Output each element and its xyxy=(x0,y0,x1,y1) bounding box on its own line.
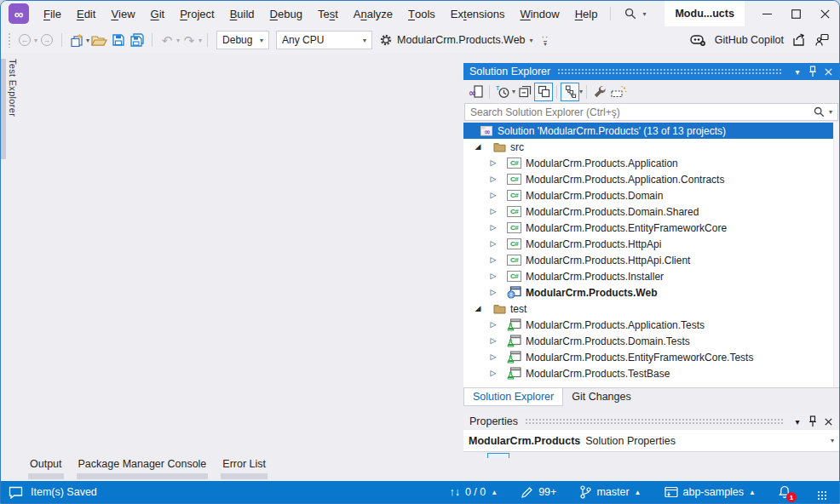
collapsed-twisty-icon[interactable]: ▷ xyxy=(488,159,498,167)
menu-edit[interactable]: Edit xyxy=(69,1,103,26)
sync-with-active-document-toggle[interactable] xyxy=(561,83,579,101)
properties-object-dropdown[interactable]: ModularCrm.Products Solution Properties … xyxy=(463,430,839,452)
close-icon[interactable] xyxy=(820,415,836,428)
close-button[interactable] xyxy=(810,1,839,26)
expanded-twisty-icon[interactable]: ◢ xyxy=(473,305,483,312)
collapsed-twisty-icon[interactable]: ▷ xyxy=(488,369,498,377)
collapsed-twisty-icon[interactable]: ▷ xyxy=(488,353,498,361)
tab-output[interactable]: Output xyxy=(28,458,64,479)
search-input[interactable] xyxy=(470,106,814,118)
menu-help[interactable]: Help xyxy=(567,1,606,26)
maximize-button[interactable] xyxy=(781,1,810,26)
startup-project-button[interactable]: ModularCrm.Products.Web ▾ xyxy=(379,33,533,47)
search-options-dropdown-icon[interactable]: ▾ xyxy=(829,108,832,116)
tab-error-list[interactable]: Error List xyxy=(221,458,268,479)
collapsed-twisty-icon[interactable]: ▷ xyxy=(488,208,498,215)
save-all-button[interactable] xyxy=(128,30,147,50)
pin-icon[interactable] xyxy=(805,415,820,428)
collapsed-twisty-icon[interactable]: ▷ xyxy=(488,272,498,280)
sync-dropdown-icon[interactable]: ▾ xyxy=(579,88,583,95)
menu-tools[interactable]: Tools xyxy=(400,1,443,26)
feedback-bubble-icon[interactable] xyxy=(9,486,23,499)
quick-search-button[interactable]: ▾ xyxy=(616,1,654,26)
repository-button[interactable]: abp-samples ▲ xyxy=(665,486,757,498)
menu-extensions[interactable]: Extensions xyxy=(443,1,513,26)
properties-title-bar[interactable]: Properties ▾ xyxy=(463,413,839,430)
notifications-button[interactable]: 1 xyxy=(779,485,791,499)
menu-view[interactable]: View xyxy=(103,1,142,26)
tree-row-project[interactable]: ▷ C# ModularCrm.Products.Domain.Shared xyxy=(463,203,839,220)
collapsed-twisty-icon[interactable]: ▷ xyxy=(488,321,498,329)
solution-explorer-title-bar[interactable]: Solution Explorer ▾ xyxy=(463,63,839,80)
preview-selected-items-toggle[interactable] xyxy=(534,83,553,101)
github-copilot-icon[interactable] xyxy=(690,34,706,47)
show-all-files-button[interactable] xyxy=(609,83,628,101)
redo-dropdown-icon[interactable]: ▾ xyxy=(198,37,202,44)
tree-row-project-web[interactable]: ▷ ModularCrm.Products.Web xyxy=(463,284,839,301)
collapsed-twisty-icon[interactable]: ▷ xyxy=(488,240,498,248)
test-explorer-side-tab[interactable]: Test Explorer xyxy=(1,59,18,159)
properties-button[interactable] xyxy=(590,83,609,101)
toolbar-overflow-button[interactable]: ··▾ xyxy=(542,35,549,46)
sync-commits-button[interactable]: ↑↓ 0 / 0 ▲ xyxy=(449,486,498,498)
collapsed-twisty-icon[interactable]: ▷ xyxy=(488,337,498,345)
tree-row-project[interactable]: ▷ C# ModularCrm.Products.Application.Con… xyxy=(463,171,839,187)
switch-views-button[interactable]: ∞ xyxy=(467,83,486,101)
menu-window[interactable]: Window xyxy=(512,1,567,26)
tree-row-project-test[interactable]: ▷ ModularCrm.Products.Domain.Tests xyxy=(463,333,839,349)
share-icon[interactable] xyxy=(792,33,807,47)
toolbar-grip[interactable] xyxy=(8,32,12,48)
menu-build[interactable]: Build xyxy=(222,1,262,26)
navigate-forward-button[interactable]: → xyxy=(37,30,56,50)
pin-icon[interactable] xyxy=(805,65,820,78)
collapsed-twisty-icon[interactable]: ▷ xyxy=(488,192,498,199)
minimize-button[interactable] xyxy=(752,1,781,26)
tree-row-project-test[interactable]: ▷ ModularCrm.Products.EntityFrameworkCor… xyxy=(463,349,839,365)
tree-row-project[interactable]: ▷ C# ModularCrm.Products.EntityFramework… xyxy=(463,220,839,236)
tree-row-project[interactable]: ▷ C# ModularCrm.Products.Domain xyxy=(463,187,839,203)
menu-file[interactable]: File xyxy=(36,1,69,26)
tab-solution-explorer[interactable]: Solution Explorer xyxy=(463,388,563,406)
tree-row-project-test[interactable]: ▷ ModularCrm.Products.TestBase xyxy=(463,365,839,381)
expanded-twisty-icon[interactable]: ◢ xyxy=(473,143,483,151)
search-icon[interactable] xyxy=(814,106,825,117)
collapsed-twisty-icon[interactable]: ▷ xyxy=(488,224,498,232)
menu-analyze[interactable]: Analyze xyxy=(346,1,400,26)
undo-button[interactable]: ↶ xyxy=(158,30,176,50)
pending-edits-button[interactable]: 99+ xyxy=(521,486,556,499)
solution-platform-dropdown[interactable]: Any CPU▾ xyxy=(276,31,372,49)
close-icon[interactable] xyxy=(820,65,836,78)
menu-git[interactable]: Git xyxy=(143,1,173,26)
send-feedback-icon[interactable] xyxy=(815,33,829,47)
tree-row-project-test[interactable]: ▷ ModularCrm.Products.Application.Tests xyxy=(463,317,839,333)
window-position-menu-icon[interactable]: ▾ xyxy=(790,65,805,78)
collapsed-twisty-icon[interactable]: ▷ xyxy=(488,256,498,264)
menu-project[interactable]: Project xyxy=(172,1,222,26)
tab-git-changes[interactable]: Git Changes xyxy=(563,388,639,406)
menu-debug[interactable]: Debug xyxy=(262,1,310,26)
solution-configuration-dropdown[interactable]: Debug▾ xyxy=(216,31,269,49)
redo-button[interactable]: ↷ xyxy=(180,30,198,50)
tree-row-project[interactable]: ▷ C# ModularCrm.Products.Application xyxy=(463,155,839,171)
menu-test[interactable]: Test xyxy=(310,1,346,26)
tree-row-project[interactable]: ▷ C# ModularCrm.Products.HttpApi.Client xyxy=(463,252,839,268)
tree-row-project[interactable]: ▷ C# ModularCrm.Products.HttpApi xyxy=(463,236,839,252)
tree-row-solution[interactable]: ∞ Solution 'ModularCrm.Products' (13 of … xyxy=(463,123,839,139)
tab-package-manager-console[interactable]: Package Manager Console xyxy=(77,458,209,479)
github-copilot-label[interactable]: GitHub Copilot xyxy=(715,34,784,46)
current-branch-button[interactable]: master ▲ xyxy=(579,485,641,499)
tree-row-folder-src[interactable]: ◢ src xyxy=(463,139,839,155)
navigate-back-button[interactable]: ← xyxy=(15,30,34,50)
new-project-button[interactable] xyxy=(67,30,86,50)
search-box[interactable]: ▾ xyxy=(464,103,838,121)
tree-row-project[interactable]: ▷ C# ModularCrm.Products.Installer xyxy=(463,268,839,284)
window-position-menu-icon[interactable]: ▾ xyxy=(790,415,805,428)
open-file-button[interactable] xyxy=(89,30,109,50)
collapsed-twisty-icon[interactable]: ▷ xyxy=(488,289,498,296)
resize-grip[interactable] xyxy=(817,490,827,501)
collapsed-twisty-icon[interactable]: ▷ xyxy=(488,175,498,183)
pending-changes-filter-button[interactable]: T xyxy=(493,83,512,101)
tree-row-folder-test[interactable]: ◢ test xyxy=(463,301,839,317)
save-button[interactable] xyxy=(109,30,128,50)
collapse-all-button[interactable] xyxy=(515,83,534,101)
